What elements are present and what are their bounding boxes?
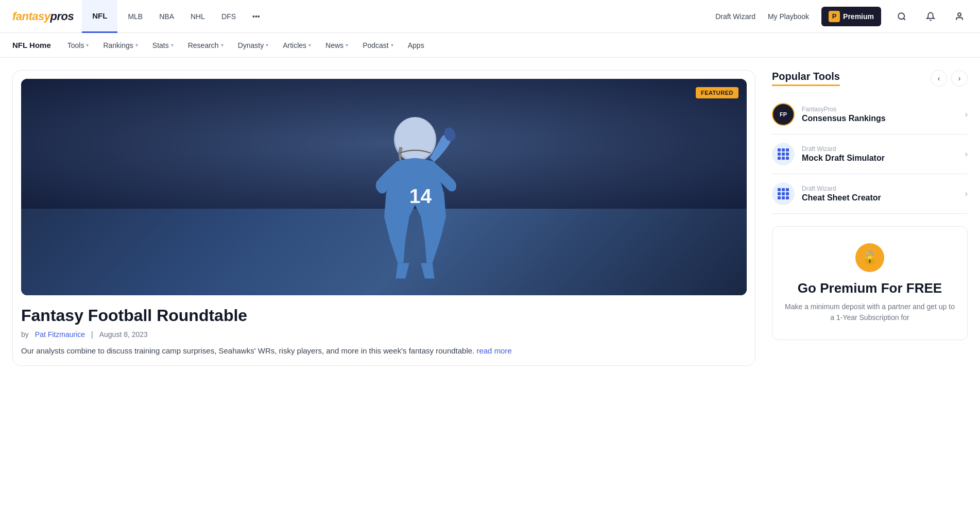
premium-promo-card: 🔓 Go Premium For FREE Make a minimum dep… [772, 226, 968, 340]
premium-label: Premium [843, 12, 874, 21]
grid-icon-cheat-sheet [778, 188, 789, 199]
nav-right-section: Draft Wizard My Playbook P Premium [715, 7, 968, 26]
article-meta: by Pat Fitzmaurice | August 8, 2023 [21, 330, 747, 339]
grid-dot [782, 157, 785, 160]
mlb-nav-link[interactable]: MLB [122, 8, 149, 25]
top-navigation: fantasypros NFL MLB NBA NHL DFS ••• Draf… [0, 0, 980, 33]
tool-left-mock-draft: Draft Wizard Mock Draft Simulator [772, 143, 885, 165]
grid-dot [786, 148, 789, 151]
nba-nav-link[interactable]: NBA [153, 8, 180, 25]
tool-left-consensus: FP FantasyPros Consensus Rankings [772, 103, 886, 126]
article-by-label: by [21, 330, 29, 339]
grid-icon-mock-draft [778, 148, 789, 160]
tool-provider-cheat-sheet: Draft Wizard [802, 185, 881, 192]
tool-provider-consensus: FantasyPros [802, 106, 886, 113]
grid-dot [778, 192, 781, 195]
grid-dot [782, 148, 785, 151]
podcast-nav-item[interactable]: Podcast ▾ [356, 38, 400, 53]
dynasty-chevron-icon: ▾ [266, 42, 268, 48]
news-chevron-icon: ▾ [346, 42, 348, 48]
nfl-tab[interactable]: NFL [82, 0, 117, 33]
articles-chevron-icon: ▾ [308, 42, 311, 48]
fp-tool-icon: FP [772, 103, 795, 126]
premium-promo-subtitle: Make a minimum deposit with a partner an… [785, 301, 955, 323]
logo-pros: pros [50, 10, 74, 23]
more-nav-link[interactable]: ••• [246, 8, 266, 25]
tool-card-mock-draft[interactable]: Draft Wizard Mock Draft Simulator › [772, 134, 968, 174]
tools-nav-arrows: ‹ › [931, 70, 968, 87]
tool-arrow-consensus: › [965, 110, 968, 119]
player-svg: 14 [338, 99, 492, 295]
nfl-home-link[interactable]: NFL Home [12, 41, 51, 49]
grid-dot [786, 153, 789, 156]
news-nav-item[interactable]: News ▾ [319, 38, 354, 53]
premium-promo-title: Go Premium For FREE [785, 280, 955, 296]
rankings-chevron-icon: ▾ [135, 42, 138, 48]
main-content: 14 FEATURED Fantasy F [0, 58, 980, 366]
grid-dot [778, 188, 781, 191]
secondary-navigation: NFL Home Tools ▾ Rankings ▾ Stats ▾ Rese… [0, 33, 980, 58]
articles-nav-item[interactable]: Articles ▾ [277, 38, 317, 53]
svg-text:14: 14 [409, 185, 432, 207]
svg-point-0 [898, 13, 904, 19]
premium-p-icon: P [829, 11, 840, 22]
draft-wizard-link[interactable]: Draft Wizard [715, 12, 755, 21]
grid-dot [786, 188, 789, 191]
grid-dot [782, 196, 785, 199]
rankings-nav-item[interactable]: Rankings ▾ [97, 38, 144, 53]
article-title: Fantasy Football Roundtable [21, 306, 747, 325]
tool-provider-mock-draft: Draft Wizard [802, 145, 885, 153]
svg-point-2 [958, 13, 961, 16]
article-image: 14 FEATURED [21, 79, 747, 295]
grid-dot [786, 157, 789, 160]
tool-info-cheat-sheet: Draft Wizard Cheat Sheet Creator [802, 185, 881, 203]
article-author-link[interactable]: Pat Fitzmaurice [35, 330, 85, 339]
grid-dot [778, 157, 781, 160]
premium-button[interactable]: P Premium [821, 7, 881, 26]
tool-name-cheat-sheet: Cheat Sheet Creator [802, 193, 881, 203]
logo[interactable]: fantasypros [12, 10, 74, 23]
article-date: August 8, 2023 [99, 330, 148, 339]
tool-arrow-cheat-sheet: › [965, 189, 968, 198]
tool-info-consensus: FantasyPros Consensus Rankings [802, 106, 886, 123]
tool-name-mock-draft: Mock Draft Simulator [802, 154, 885, 163]
grid-tool-icon-cheat-sheet [772, 182, 795, 205]
nhl-nav-link[interactable]: NHL [184, 8, 211, 25]
grid-dot [782, 192, 785, 195]
article-image-placeholder: 14 [21, 79, 747, 295]
search-button[interactable] [893, 8, 910, 25]
premium-lock-icon: 🔓 [855, 243, 884, 272]
tools-next-arrow[interactable]: › [951, 70, 968, 87]
right-sidebar: Popular Tools ‹ › FP FantasyPros Consens… [772, 70, 968, 366]
popular-tools-title: Popular Tools [772, 71, 840, 86]
dfs-nav-link[interactable]: DFS [215, 8, 242, 25]
tools-prev-arrow[interactable]: ‹ [931, 70, 947, 87]
podcast-chevron-icon: ▾ [391, 42, 393, 48]
popular-tools-header: Popular Tools ‹ › [772, 70, 968, 87]
notifications-button[interactable] [922, 8, 939, 25]
article-excerpt: Our analysts combine to discuss training… [21, 345, 747, 357]
tools-nav-item[interactable]: Tools ▾ [61, 38, 95, 53]
research-chevron-icon: ▾ [221, 42, 223, 48]
featured-article-card: 14 FEATURED Fantasy F [12, 70, 755, 366]
tool-left-cheat-sheet: Draft Wizard Cheat Sheet Creator [772, 182, 881, 205]
dynasty-nav-item[interactable]: Dynasty ▾ [232, 38, 275, 53]
tool-card-cheat-sheet[interactable]: Draft Wizard Cheat Sheet Creator › [772, 174, 968, 214]
svg-line-1 [903, 18, 905, 20]
read-more-link[interactable]: read more [476, 346, 511, 355]
grid-dot [782, 188, 785, 191]
tool-card-consensus-rankings[interactable]: FP FantasyPros Consensus Rankings › [772, 95, 968, 134]
tool-arrow-mock-draft: › [965, 149, 968, 159]
apps-nav-item[interactable]: Apps [402, 38, 431, 53]
grid-dot [778, 153, 781, 156]
stats-chevron-icon: ▾ [171, 42, 174, 48]
stats-nav-item[interactable]: Stats ▾ [146, 38, 180, 53]
account-button[interactable] [951, 8, 968, 25]
featured-badge: FEATURED [696, 87, 738, 98]
my-playbook-link[interactable]: My Playbook [768, 12, 809, 21]
grid-dot [782, 153, 785, 156]
grid-dot [778, 148, 781, 151]
grid-tool-icon-mock-draft [772, 143, 795, 165]
research-nav-item[interactable]: Research ▾ [182, 38, 230, 53]
article-meta-separator: | [91, 330, 93, 339]
